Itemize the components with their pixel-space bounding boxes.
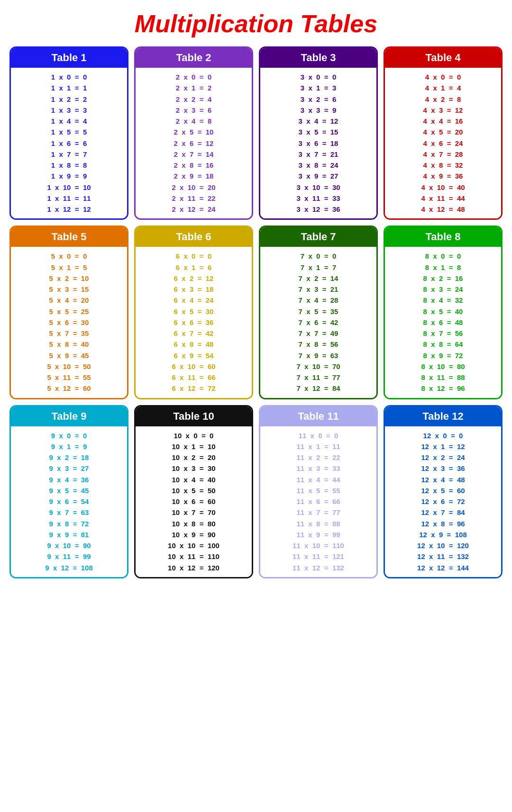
equation-5-12: 5 x 12 = 60: [14, 383, 124, 394]
equation-11-12: 11 x 12 = 132: [263, 562, 374, 573]
equation-11-10: 11 x 10 = 110: [263, 540, 374, 551]
equation-1-8: 1 x 8 = 8: [14, 160, 124, 171]
equation-3-2: 3 x 2 = 6: [263, 94, 374, 105]
equation-9-5: 9 x 5 = 45: [14, 485, 124, 496]
table-body-11: 11 x 0 = 011 x 1 = 1111 x 2 = 2211 x 3 =…: [260, 426, 376, 577]
equation-5-0: 5 x 0 = 0: [14, 251, 124, 262]
equation-8-3: 8 x 3 = 24: [388, 284, 498, 295]
equation-10-1: 10 x 1 = 10: [138, 441, 249, 452]
equation-3-7: 3 x 7 = 21: [263, 149, 374, 160]
table-card-9: Table 99 x 0 = 09 x 1 = 99 x 2 = 189 x 3…: [9, 405, 128, 578]
table-body-2: 2 x 0 = 02 x 1 = 22 x 2 = 42 x 3 = 62 x …: [136, 68, 252, 218]
equation-12-6: 12 x 6 = 72: [388, 496, 498, 507]
equation-3-12: 3 x 12 = 36: [263, 204, 374, 215]
equation-10-7: 10 x 7 = 70: [138, 507, 249, 518]
equation-1-9: 1 x 9 = 9: [14, 171, 124, 181]
equation-12-8: 12 x 8 = 96: [388, 518, 498, 529]
equation-12-3: 12 x 3 = 36: [388, 463, 498, 474]
equation-4-8: 4 x 8 = 32: [388, 160, 498, 171]
table-body-12: 12 x 0 = 012 x 1 = 1212 x 2 = 2412 x 3 =…: [385, 426, 501, 577]
equation-5-10: 5 x 10 = 50: [14, 361, 124, 372]
equation-11-3: 11 x 3 = 33: [263, 463, 374, 474]
equation-11-5: 11 x 5 = 55: [263, 485, 374, 496]
equation-9-9: 9 x 9 = 81: [14, 529, 124, 540]
equation-6-12: 6 x 12 = 72: [138, 383, 249, 394]
equation-5-8: 5 x 8 = 40: [14, 339, 124, 350]
equation-2-7: 2 x 7 = 14: [138, 149, 249, 160]
table-body-5: 5 x 0 = 05 x 1 = 55 x 2 = 105 x 3 = 155 …: [11, 247, 127, 397]
equation-4-11: 4 x 11 = 44: [388, 193, 498, 204]
equation-5-9: 5 x 9 = 45: [14, 350, 124, 361]
table-body-7: 7 x 0 = 07 x 1 = 77 x 2 = 147 x 3 = 217 …: [260, 247, 376, 397]
equation-3-4: 3 x 4 = 12: [263, 116, 374, 126]
table-header-2: Table 2: [136, 48, 252, 68]
table-card-6: Table 66 x 0 = 06 x 1 = 66 x 2 = 126 x 3…: [134, 226, 253, 399]
table-body-8: 8 x 0 = 08 x 1 = 88 x 2 = 168 x 3 = 248 …: [385, 247, 501, 397]
equation-5-7: 5 x 7 = 35: [14, 328, 124, 339]
equation-9-10: 9 x 10 = 90: [14, 540, 124, 551]
equation-12-0: 12 x 0 = 0: [388, 430, 498, 441]
equation-12-2: 12 x 2 = 24: [388, 452, 498, 463]
equation-11-11: 11 x 11 = 121: [263, 551, 374, 562]
table-card-11: Table 1111 x 0 = 011 x 1 = 1111 x 2 = 22…: [259, 405, 378, 578]
equation-4-12: 4 x 12 = 48: [388, 204, 498, 215]
equation-6-9: 6 x 9 = 54: [138, 350, 249, 361]
equation-7-11: 7 x 11 = 77: [263, 372, 374, 383]
equation-2-9: 2 x 9 = 18: [138, 171, 249, 181]
equation-3-0: 3 x 0 = 0: [263, 72, 374, 82]
equation-2-8: 2 x 8 = 16: [138, 160, 249, 171]
equation-12-11: 12 x 11 = 132: [388, 551, 498, 562]
equation-9-0: 9 x 0 = 0: [14, 430, 124, 441]
equation-4-7: 4 x 7 = 28: [388, 149, 498, 160]
equation-10-2: 10 x 2 = 20: [138, 452, 249, 463]
equation-8-2: 8 x 2 = 16: [388, 273, 498, 284]
equation-12-4: 12 x 4 = 48: [388, 474, 498, 485]
equation-3-3: 3 x 3 = 9: [263, 105, 374, 116]
table-card-8: Table 88 x 0 = 08 x 1 = 88 x 2 = 168 x 3…: [384, 226, 503, 399]
table-body-6: 6 x 0 = 06 x 1 = 66 x 2 = 126 x 3 = 186 …: [136, 247, 252, 397]
equation-9-8: 9 x 8 = 72: [14, 518, 124, 529]
equation-6-2: 6 x 2 = 12: [138, 273, 249, 284]
equation-1-6: 1 x 6 = 6: [14, 138, 124, 149]
equation-2-5: 2 x 5 = 10: [138, 126, 249, 137]
equation-3-1: 3 x 1 = 3: [263, 82, 374, 93]
equation-5-11: 5 x 11 = 55: [14, 372, 124, 383]
equation-4-5: 4 x 5 = 20: [388, 126, 498, 137]
equation-12-12: 12 x 12 = 144: [388, 562, 498, 573]
equation-5-2: 5 x 2 = 10: [14, 273, 124, 284]
table-header-12: Table 12: [385, 406, 501, 426]
equation-6-10: 6 x 10 = 60: [138, 361, 249, 372]
table-header-5: Table 5: [11, 227, 127, 247]
equation-6-5: 6 x 5 = 30: [138, 306, 249, 317]
equation-10-9: 10 x 9 = 90: [138, 529, 249, 540]
equation-10-8: 10 x 8 = 80: [138, 518, 249, 529]
equation-8-6: 8 x 6 = 48: [388, 317, 498, 328]
table-header-6: Table 6: [136, 227, 252, 247]
equation-11-1: 11 x 1 = 11: [263, 441, 374, 452]
equation-4-4: 4 x 4 = 16: [388, 116, 498, 126]
equation-11-8: 11 x 8 = 88: [263, 518, 374, 529]
equation-7-8: 7 x 8 = 56: [263, 339, 374, 350]
equation-2-3: 2 x 3 = 6: [138, 105, 249, 116]
table-body-3: 3 x 0 = 03 x 1 = 33 x 2 = 63 x 3 = 93 x …: [260, 68, 376, 218]
equation-12-1: 12 x 1 = 12: [388, 441, 498, 452]
table-body-4: 4 x 0 = 04 x 1 = 44 x 2 = 84 x 3 = 124 x…: [385, 68, 501, 218]
equation-8-5: 8 x 5 = 40: [388, 306, 498, 317]
table-card-2: Table 22 x 0 = 02 x 1 = 22 x 2 = 42 x 3 …: [134, 46, 253, 220]
equation-4-1: 4 x 1 = 4: [388, 82, 498, 93]
equation-7-3: 7 x 3 = 21: [263, 284, 374, 295]
equation-1-1: 1 x 1 = 1: [14, 82, 124, 93]
equation-7-12: 7 x 12 = 84: [263, 383, 374, 394]
equation-7-5: 7 x 5 = 35: [263, 306, 374, 317]
equation-7-4: 7 x 4 = 28: [263, 295, 374, 306]
equation-10-10: 10 x 10 = 100: [138, 540, 249, 551]
equation-1-5: 1 x 5 = 5: [14, 126, 124, 137]
equation-1-3: 1 x 3 = 3: [14, 105, 124, 116]
table-header-1: Table 1: [11, 48, 127, 68]
equation-8-12: 8 x 12 = 96: [388, 383, 498, 394]
equation-9-6: 9 x 6 = 54: [14, 496, 124, 507]
table-body-10: 10 x 0 = 010 x 1 = 1010 x 2 = 2010 x 3 =…: [136, 426, 252, 577]
equation-6-0: 6 x 0 = 0: [138, 251, 249, 262]
equation-5-4: 5 x 4 = 20: [14, 295, 124, 306]
equation-10-11: 10 x 11 = 110: [138, 551, 249, 562]
